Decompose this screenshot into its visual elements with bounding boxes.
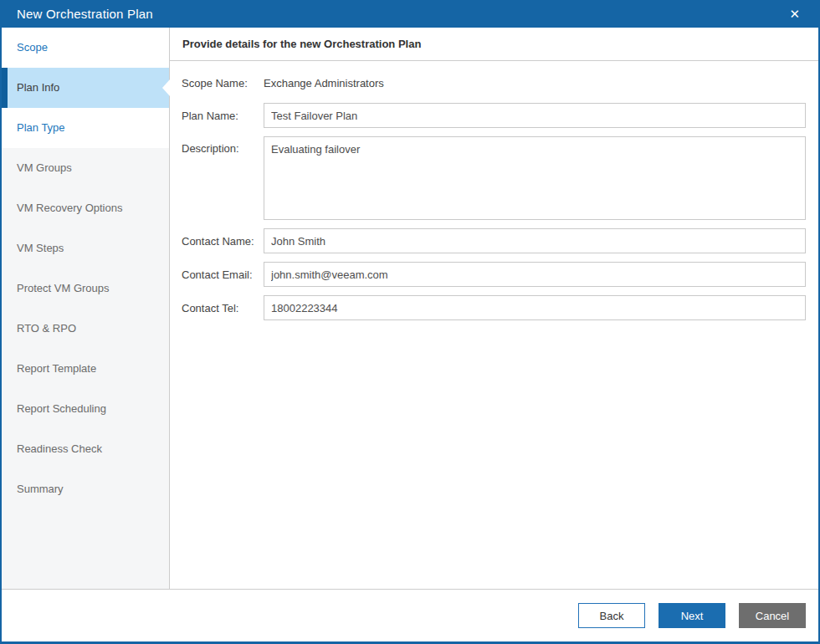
sidebar-item-summary: Summary [2, 469, 169, 509]
back-button[interactable]: Back [578, 603, 645, 628]
active-step-accent-bar [2, 68, 8, 108]
description-textarea[interactable]: Evaluating failover [264, 136, 806, 220]
sidebar-item-report-scheduling: Report Scheduling [2, 389, 169, 429]
dialog-title: New Orchestration Plan [17, 7, 789, 21]
close-icon[interactable]: ✕ [789, 8, 800, 20]
contact-name-row: Contact Name: [182, 228, 806, 253]
contact-email-row: Contact Email: [182, 262, 806, 287]
sidebar-item-vm-groups: VM Groups [2, 148, 169, 188]
sidebar-item-scope[interactable]: Scope [2, 28, 169, 68]
plan-name-row: Plan Name: [182, 103, 806, 128]
wizard-steps-sidebar: Scope Plan Info Plan Type VM Groups VM R… [2, 28, 170, 589]
step-content-panel: Provide details for the new Orchestratio… [170, 28, 818, 589]
contact-name-input[interactable] [264, 228, 806, 253]
sidebar-item-rto-rpo: RTO & RPO [2, 309, 169, 349]
sidebar-item-protect-vm-groups: Protect VM Groups [2, 268, 169, 309]
next-button[interactable]: Next [659, 603, 725, 628]
contact-email-input[interactable] [264, 262, 806, 287]
plan-name-label: Plan Name: [182, 110, 264, 122]
cancel-button[interactable]: Cancel [739, 603, 806, 628]
step-title: Provide details for the new Orchestratio… [170, 28, 818, 61]
sidebar-item-readiness-check: Readiness Check [2, 429, 169, 469]
new-orchestration-plan-dialog: New Orchestration Plan ✕ Scope Plan Info… [0, 0, 820, 644]
dialog-body: Scope Plan Info Plan Type VM Groups VM R… [2, 28, 818, 589]
wizard-footer: Back Next Cancel [2, 589, 818, 641]
scope-name-label: Scope Name: [182, 77, 264, 89]
contact-name-label: Contact Name: [182, 235, 264, 248]
scope-name-row: Scope Name: Exchange Administrators [182, 77, 806, 89]
sidebar-item-plan-type[interactable]: Plan Type [2, 108, 169, 148]
contact-tel-row: Contact Tel: [182, 295, 806, 320]
sidebar-item-label: Plan Info [17, 81, 59, 94]
sidebar-item-report-template: Report Template [2, 349, 169, 389]
contact-email-label: Contact Email: [182, 268, 264, 281]
description-label: Description: [182, 136, 264, 161]
description-row: Description: Evaluating failover [182, 136, 806, 220]
contact-tel-label: Contact Tel: [182, 302, 264, 314]
scope-name-value: Exchange Administrators [264, 77, 384, 89]
sidebar-item-vm-recovery-options: VM Recovery Options [2, 188, 169, 228]
active-step-notch [162, 79, 170, 96]
sidebar-item-plan-info[interactable]: Plan Info [2, 68, 169, 108]
plan-name-input[interactable] [264, 103, 806, 128]
sidebar-item-vm-steps: VM Steps [2, 228, 169, 268]
title-bar: New Orchestration Plan ✕ [2, 0, 818, 28]
contact-tel-input[interactable] [264, 295, 806, 320]
plan-info-form: Scope Name: Exchange Administrators Plan… [170, 61, 818, 329]
